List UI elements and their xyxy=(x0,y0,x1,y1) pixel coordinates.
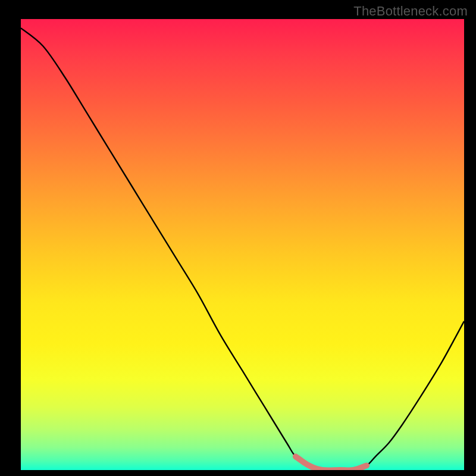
site-watermark: TheBottleneck.com xyxy=(353,4,468,19)
plot-area xyxy=(21,19,464,470)
bottleneck-flat-zone-path xyxy=(296,456,367,470)
bottleneck-curve-svg xyxy=(21,19,464,470)
bottleneck-curve-path xyxy=(21,28,464,470)
chart-frame: TheBottleneck.com xyxy=(0,0,476,476)
